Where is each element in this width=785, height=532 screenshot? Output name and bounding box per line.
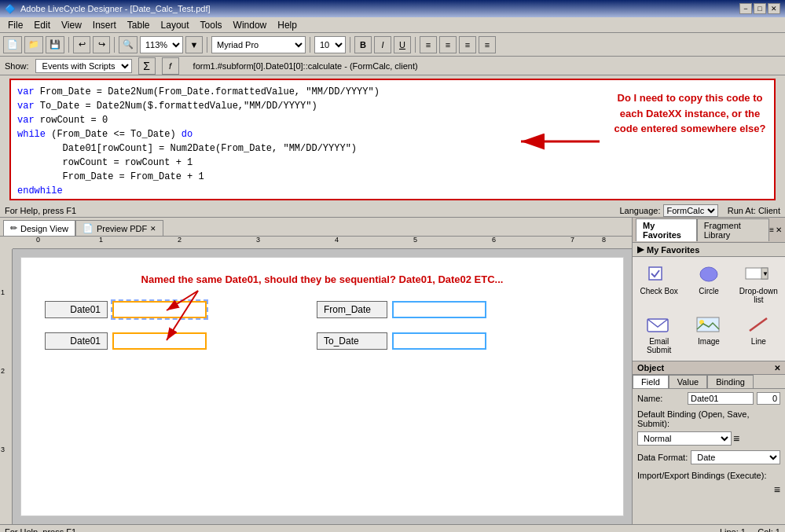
obj-image[interactable]: Image: [685, 310, 732, 358]
data-format-section: Data Format: Date: [637, 450, 780, 464]
close-button[interactable]: ✕: [768, 3, 780, 14]
menu-help[interactable]: Help: [273, 19, 302, 31]
code-annotation: Do I need to copy this code to each Date…: [607, 90, 772, 137]
name-input[interactable]: [688, 392, 754, 405]
app-icon: 🔷: [5, 4, 16, 14]
menu-insert[interactable]: Insert: [88, 19, 121, 31]
separator-1: [68, 37, 69, 53]
my-favorites-label: My Favorites: [647, 245, 699, 255]
redo-button[interactable]: ↪: [93, 36, 110, 53]
email-submit-icon: [645, 314, 673, 336]
zoom-icon: 🔍: [119, 36, 138, 53]
show-dropdown[interactable]: Events with Scripts: [35, 59, 132, 73]
col-info: Col: 1: [757, 527, 780, 533]
obj-lib-close[interactable]: ✕: [776, 226, 782, 234]
menu-window[interactable]: Window: [229, 19, 272, 31]
status-bottom: For Help, press F1 Line: 1 Col: 1: [0, 524, 785, 532]
menu-bar: File Edit View Insert Table Layout Tools…: [0, 17, 785, 33]
menu-view[interactable]: View: [57, 19, 86, 31]
italic-button[interactable]: I: [374, 36, 391, 53]
svg-text:▼: ▼: [762, 270, 768, 277]
canvas-inner: Named the same Date01, should they be se…: [20, 257, 624, 516]
obj-dropdown[interactable]: ▼ Drop-down list: [735, 260, 782, 307]
language-dropdown[interactable]: FormCalc: [663, 204, 718, 217]
new-button[interactable]: 📄: [3, 36, 22, 53]
data-format-dropdown[interactable]: Date: [691, 450, 780, 464]
help-text-bottom: For Help, press F1: [5, 527, 76, 533]
help-text-top: For Help, press F1: [5, 206, 76, 215]
vert-ruler-1: 1: [1, 288, 5, 296]
form-layout: Date01 Date01: [29, 301, 615, 350]
object-panel-close[interactable]: ✕: [774, 364, 780, 372]
underline-button[interactable]: U: [394, 36, 411, 53]
font-select[interactable]: Myriad Pro: [211, 36, 306, 53]
svg-rect-12: [697, 317, 719, 332]
tab-preview-pdf[interactable]: 📄 Preview PDF ✕: [75, 220, 163, 236]
bottom-split: ✏ Design View 📄 Preview PDF ✕ 0 1 2 3: [0, 218, 785, 524]
runat-label: Run At:: [728, 206, 756, 215]
zoom-select[interactable]: 113%: [140, 36, 183, 53]
tab-design-view[interactable]: ✏ Design View: [3, 220, 75, 236]
align-justify-button[interactable]: ≡: [479, 36, 496, 53]
tab-bar: ✏ Design View 📄 Preview PDF ✕: [0, 218, 632, 237]
obj-email-submit[interactable]: Email Submit: [636, 310, 682, 358]
obj-line[interactable]: Line: [735, 310, 782, 358]
ruler-mark-8: 8: [602, 237, 606, 244]
fontsize-select[interactable]: 10: [314, 36, 346, 53]
runat-value: Client: [758, 206, 780, 215]
design-view-label: Design View: [20, 224, 68, 233]
title-bar-controls: − □ ✕: [739, 3, 780, 14]
menu-tools[interactable]: Tools: [196, 19, 227, 31]
zoom-arrow[interactable]: ▼: [185, 36, 203, 53]
name-label: Name:: [637, 394, 684, 403]
script-path: form1.#subform[0].Date01[0]::calculate -…: [193, 61, 418, 71]
open-button[interactable]: 📁: [24, 36, 43, 53]
binding-dropdown[interactable]: Normal: [637, 431, 732, 446]
obj-circle[interactable]: Circle: [685, 260, 732, 307]
preview-pdf-close[interactable]: ✕: [150, 225, 156, 233]
tab-value[interactable]: Value: [669, 375, 707, 388]
to-date-input[interactable]: [392, 332, 486, 350]
menu-table[interactable]: Table: [123, 19, 155, 31]
ruler-mark-6: 6: [492, 237, 496, 244]
import-export-list-icon[interactable]: ≡: [774, 483, 780, 496]
code-line-7: From_Date = From_Date + 1: [17, 170, 768, 184]
code-line-5: Date01[rowCount] = Num2Date(From_Date, "…: [17, 141, 768, 156]
script-icon1[interactable]: Σ: [138, 57, 156, 75]
from-date-input[interactable]: [392, 301, 486, 318]
save-button[interactable]: 💾: [46, 36, 64, 53]
obj-lib-tabs: My Favorites Fragment Library: [636, 218, 769, 241]
tab-binding[interactable]: Binding: [707, 375, 754, 388]
from-date-label: From_Date: [317, 301, 387, 318]
binding-list-icon[interactable]: ≡: [733, 432, 739, 445]
canvas-area[interactable]: Named the same Date01, should they be se…: [13, 249, 632, 524]
code-line-6: rowCount = rowCount + 1: [17, 156, 768, 170]
vertical-ruler: 1 2 3: [0, 249, 13, 524]
align-right-button[interactable]: ≡: [459, 36, 476, 53]
script-icon2[interactable]: f: [162, 57, 179, 75]
bold-button[interactable]: B: [354, 36, 372, 53]
checkbox-svg: [647, 265, 671, 284]
align-left-button[interactable]: ≡: [420, 36, 437, 53]
obj-checkbox[interactable]: Check Box: [636, 260, 682, 307]
tab-field[interactable]: Field: [633, 375, 669, 388]
undo-button[interactable]: ↩: [73, 36, 90, 53]
language-info: Language: FormCalc Run At: Client: [619, 204, 780, 217]
form-annotation: Named the same Date01, should they be se…: [29, 273, 615, 285]
tab-my-favorites[interactable]: My Favorites: [636, 218, 697, 241]
menu-layout[interactable]: Layout: [156, 19, 194, 31]
preview-pdf-icon: 📄: [83, 223, 94, 233]
to-date-label: To_Date: [317, 332, 387, 350]
tab-fragment-library[interactable]: Fragment Library: [697, 218, 769, 241]
menu-edit[interactable]: Edit: [29, 19, 55, 31]
maximize-button[interactable]: □: [754, 3, 766, 14]
line-svg: [746, 315, 770, 334]
object-panel-tabs: Field Value Binding: [633, 375, 785, 389]
menu-file[interactable]: File: [3, 19, 28, 31]
obj-lib-options[interactable]: ≡: [769, 226, 774, 234]
minimize-button[interactable]: −: [739, 3, 752, 14]
align-center-button[interactable]: ≡: [439, 36, 457, 53]
design-view-icon: ✏: [10, 223, 17, 233]
ruler-mark-5: 5: [413, 237, 417, 244]
vert-ruler-3: 3: [1, 446, 5, 453]
